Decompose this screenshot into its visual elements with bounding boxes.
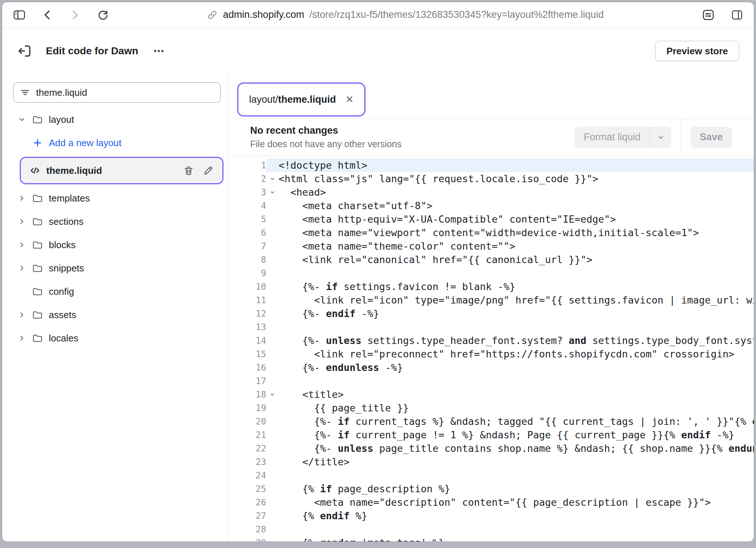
code-line[interactable]: 18 <title>: [228, 388, 754, 401]
sidebar-item-templates[interactable]: templates: [13, 187, 221, 210]
chevron-right-icon: [18, 194, 26, 202]
sidebar-item-assets[interactable]: assets: [13, 303, 221, 326]
code-line[interactable]: 9: [228, 266, 754, 280]
code-line[interactable]: 12 {%- endif -%}: [228, 307, 754, 320]
sidebar-item-layout[interactable]: layout: [13, 108, 221, 131]
tree-chevron[interactable]: [17, 334, 26, 342]
code-line[interactable]: 13: [228, 320, 754, 334]
code-editor[interactable]: 1<!doctype html>2<html class="js" lang="…: [228, 156, 754, 541]
code-line[interactable]: 1<!doctype html>: [228, 158, 754, 172]
folder-icon: [32, 263, 43, 274]
code-line[interactable]: 2<html class="js" lang="{{ request.local…: [228, 172, 754, 185]
sidebar-item-theme-liquid[interactable]: theme.liquid: [22, 159, 221, 182]
line-number: 5: [228, 214, 266, 224]
code-line[interactable]: 8 <link rel="canonical" href="{{ canonic…: [228, 253, 754, 266]
folder-label: layout: [49, 114, 74, 125]
code-line[interactable]: 7 <meta name="theme-color" content="">: [228, 239, 754, 253]
page-settings-button[interactable]: [701, 8, 715, 22]
line-number: 2: [228, 174, 266, 184]
chevron-right-icon: [18, 311, 26, 319]
url-path: /store/rzq1xu-f5/themes/132683530345?key…: [309, 9, 603, 20]
code-line[interactable]: 22 {%- unless page_title contains shop.n…: [228, 442, 754, 455]
file-search-box[interactable]: [13, 82, 221, 103]
delete-file-button[interactable]: [183, 165, 194, 176]
split-view-button[interactable]: [731, 8, 744, 21]
line-number: 11: [228, 295, 266, 305]
code-line[interactable]: 20 {%- if current_tags %} &ndash; tagged…: [228, 415, 754, 428]
tree-chevron[interactable]: [17, 194, 26, 202]
code-line[interactable]: 11 <link rel="icon" type="image/png" hre…: [228, 293, 754, 307]
line-number: 27: [228, 511, 266, 521]
sidebar-item-config[interactable]: config: [13, 280, 221, 303]
fold-toggle[interactable]: [266, 189, 279, 196]
folder-label: snippets: [49, 263, 84, 274]
code-line[interactable]: 25 {% if page_description %}: [228, 482, 754, 496]
code-line[interactable]: 14 {%- unless settings.type_header_font.…: [228, 334, 754, 347]
file-search-input[interactable]: [36, 87, 214, 98]
save-button[interactable]: Save: [690, 127, 732, 148]
code-line[interactable]: 23 </title>: [228, 455, 754, 469]
code-text: {%- unless page_title contains shop.name…: [279, 443, 754, 454]
code-text: <meta charset="utf-8">: [279, 200, 433, 211]
fold-toggle[interactable]: [266, 176, 279, 182]
line-number: 19: [228, 403, 266, 413]
code-text: <meta name="theme-color" content="">: [279, 240, 515, 252]
line-number: 29: [228, 538, 266, 542]
code-text: <meta name="viewport" content="width=dev…: [279, 227, 699, 238]
code-line[interactable]: 24: [228, 469, 754, 482]
code-line[interactable]: 10 {%- if settings.favicon != blank -%}: [228, 280, 754, 293]
code-line[interactable]: 27 {% endif %}: [228, 509, 754, 522]
code-file-icon: [29, 165, 40, 176]
code-text: <link rel="icon" type="image/png" href="…: [279, 294, 754, 306]
code-text: <link rel="canonical" href="{{ canonical…: [279, 254, 592, 265]
code-line[interactable]: 21 {%- if current_page != 1 %} &ndash; P…: [228, 428, 754, 442]
line-number: 28: [228, 524, 266, 535]
format-liquid-button[interactable]: Format liquid: [574, 127, 650, 148]
more-actions-button[interactable]: [151, 44, 166, 58]
sidebar-item-add-a-new-layout[interactable]: Add a new layout: [13, 131, 221, 154]
fold-chevron-icon: [269, 391, 276, 398]
format-dropdown-button[interactable]: [650, 127, 671, 148]
code-line[interactable]: 4 <meta charset="utf-8">: [228, 199, 754, 212]
folder-label: locales: [49, 333, 78, 344]
preview-store-button[interactable]: Preview store: [655, 41, 739, 61]
line-number: 21: [228, 430, 266, 440]
sidebar-item-blocks[interactable]: blocks: [13, 233, 221, 257]
code-line[interactable]: 19 {{ page_title }}: [228, 401, 754, 415]
code-line[interactable]: 29 {% render 'meta-tags' %}: [228, 536, 754, 541]
exit-editor-button[interactable]: [17, 43, 33, 59]
tab-close-button[interactable]: ✕: [346, 95, 354, 105]
sidebar-toggle-button[interactable]: [12, 8, 26, 22]
tree-chevron[interactable]: [17, 116, 26, 124]
code-line[interactable]: 15 <link rel="preconnect" href="https://…: [228, 347, 754, 361]
code-line[interactable]: 6 <meta name="viewport" content="width=d…: [228, 226, 754, 239]
sidebar-item-snippets[interactable]: snippets: [13, 257, 221, 280]
tree-chevron[interactable]: [17, 241, 26, 249]
tree-chevron[interactable]: [17, 311, 26, 319]
sidebar-item-locales[interactable]: locales: [13, 326, 221, 350]
tab-theme-liquid[interactable]: layout/theme.liquid ✕: [240, 86, 362, 113]
tree-chevron[interactable]: [17, 264, 26, 272]
code-line[interactable]: 17: [228, 374, 754, 388]
link-icon: [207, 9, 218, 20]
reload-button[interactable]: [96, 8, 109, 21]
browser-toolbar: admin.shopify.com/store/rzq1xu-f5/themes…: [2, 2, 754, 28]
line-number: 23: [228, 457, 266, 467]
code-text: {%- unless settings.type_header_font.sys…: [279, 335, 754, 346]
sidebar-item-sections[interactable]: sections: [13, 210, 221, 233]
code-line[interactable]: 16 {%- endunless -%}: [228, 361, 754, 374]
code-line[interactable]: 3 <head>: [228, 185, 754, 199]
rename-file-button[interactable]: [203, 165, 214, 176]
back-button[interactable]: [41, 8, 54, 21]
url-bar[interactable]: admin.shopify.com/store/rzq1xu-f5/themes…: [207, 9, 603, 20]
forward-button[interactable]: [68, 8, 82, 21]
code-line[interactable]: 5 <meta http-equiv="X-UA-Compatible" con…: [228, 212, 754, 226]
line-number: 3: [228, 187, 266, 197]
code-line[interactable]: 28: [228, 522, 754, 536]
code-line[interactable]: 26 <meta name="description" content="{{ …: [228, 496, 754, 509]
line-number: 7: [228, 241, 266, 251]
code-text: {%- if current_page != 1 %} &ndash; Page…: [279, 429, 735, 441]
fold-toggle[interactable]: [266, 391, 279, 398]
tree-chevron[interactable]: [17, 218, 26, 226]
folder-label: sections: [49, 216, 83, 227]
